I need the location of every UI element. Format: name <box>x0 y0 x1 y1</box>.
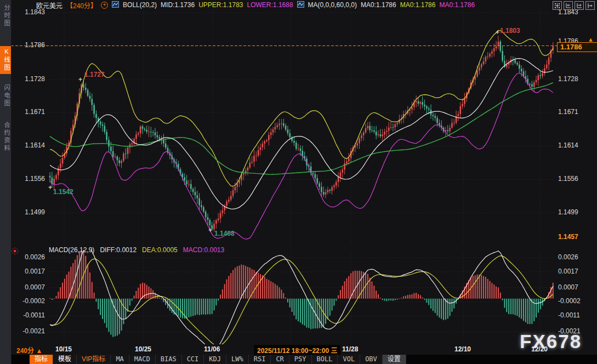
macd-dea-value: DEA:0.0005 <box>142 246 178 254</box>
macd-tick-left: -0.0002 <box>11 297 45 305</box>
swing-high-cross-marker: + <box>78 76 82 83</box>
scale-left-icon[interactable] <box>564 1 573 10</box>
price-tick-left: 1.1728 <box>11 75 45 83</box>
toolbar-item-rsi[interactable]: RSI <box>249 355 271 364</box>
price-tick-right: 1.1728 <box>558 75 594 83</box>
boll-mid-value: MID:1.1736 <box>161 1 195 9</box>
low2-annotation: 1.1468 <box>214 230 235 237</box>
macd-tick-right: -0.0002 <box>558 297 594 305</box>
chart-header: 欧元美元 【240分】 + BOLL(20,2) MID:1.1736 UPPE… <box>36 1 475 9</box>
macd-tick-right: -0.0011 <box>558 311 594 319</box>
toolbar-item-vip-indicators[interactable]: VIP指标 <box>77 355 111 364</box>
ma-params: MA(0,0,0,60,0,0) <box>308 1 357 9</box>
macd-tick-right: 0.0007 <box>558 283 594 291</box>
toolbar-item-macd[interactable]: MACD <box>129 355 156 364</box>
trading-app-window: 分时图 K线图 闪电图 合约资料 欧元美元 【240分】 + BOLL(20,2… <box>0 0 597 364</box>
chart-type-sidebar: 分时图 K线图 闪电图 合约资料 <box>0 0 12 364</box>
high-cross-marker: + <box>496 29 499 36</box>
boll-indicator-icon[interactable] <box>112 1 119 9</box>
price-tick-left: 1.1499 <box>11 208 45 216</box>
scale-right-icon[interactable] <box>575 1 584 10</box>
toolbar-item-cci[interactable]: CCI <box>182 355 204 364</box>
price-tick-left: 1.1614 <box>11 141 45 149</box>
macd-tick-left: -0.0011 <box>11 311 45 319</box>
macd-tick-right: 0.0026 <box>558 253 594 261</box>
low1-cross-marker: + <box>48 184 52 191</box>
period-selector[interactable]: 240分 ▲ <box>16 345 42 355</box>
crosshair-icon[interactable] <box>553 1 562 10</box>
toolbar-item-indicators[interactable]: 指标 <box>30 355 53 364</box>
price-tick-left: 1.1786 <box>11 41 45 49</box>
indicator-toolbar: 指标 模板 VIP指标 MA MACD BIAS CCI KDJ LW% RSI… <box>11 355 597 364</box>
macd-macd-value: MACD:0.0013 <box>183 246 224 254</box>
toolbar-item-cr[interactable]: CR <box>271 355 289 364</box>
boll-lower-value: LOWER:1.1688 <box>247 1 293 9</box>
date-tick: 12/20 <box>531 345 548 353</box>
ma0-value-3: MA0:1.1786 <box>439 1 475 9</box>
add-indicator-icon[interactable]: + <box>101 2 108 9</box>
toolbar-item-ma[interactable]: MA <box>111 355 129 364</box>
range-low-label: 1.1457 <box>558 233 594 241</box>
date-tick: 12/10 <box>454 345 471 353</box>
sidebar-item-contract-info[interactable]: 合约资料 <box>0 120 11 155</box>
price-tick-left: 1.1556 <box>11 175 45 183</box>
macd-header: MACD(26,12,9) DIFF:0.0012 DEA:0.0005 MAC… <box>49 246 224 254</box>
period-dropdown-arrow-icon: ▲ <box>36 347 42 355</box>
date-tick: 11/28 <box>342 345 358 353</box>
last-price-box: 1.1786 <box>557 42 597 52</box>
toolbar-item-psy[interactable]: PSY <box>289 355 312 364</box>
price-tick-right: 1.1614 <box>558 141 594 149</box>
toolbar-item-lw[interactable]: LW% <box>226 355 249 364</box>
symbol-title: 欧元美元 <box>36 1 62 10</box>
toolbar-item-settings[interactable]: 设置 <box>383 355 406 364</box>
sidebar-item-kline-chart[interactable]: K线图 <box>0 46 11 74</box>
ma0-value-1: MA0:1.1786 <box>361 1 396 9</box>
high-annotation: 1.1803 <box>500 27 520 35</box>
date-tick: 10/25 <box>135 345 151 353</box>
low2-cross-marker: + <box>208 226 212 234</box>
chart-canvas[interactable] <box>0 0 597 364</box>
toolbar-item-vol[interactable]: VOL <box>338 355 360 364</box>
time-axis: 240分 ▲ 10/15 10/25 11/06 2025/11/12 18:0… <box>11 344 597 355</box>
price-tick-left: 1.1671 <box>11 108 45 116</box>
boll-params: BOLL(20,2) <box>123 1 157 9</box>
price-tick-right: 1.1671 <box>558 108 594 116</box>
macd-tick-left: -0.0021 <box>11 327 45 335</box>
sidebar-item-flash-chart[interactable]: 闪电图 <box>0 82 11 110</box>
toolbar-item-obv[interactable]: OBV <box>360 355 383 364</box>
selected-bar-datetime: 2025/11/12 18:00~22:00 三 <box>253 344 341 356</box>
date-tick: 10/15 <box>55 345 72 353</box>
toolbar-item-templates[interactable]: 模板 <box>53 355 77 364</box>
boll-upper-value: UPPER:1.1783 <box>198 1 243 9</box>
chart-tools <box>553 1 595 10</box>
pan-right-icon[interactable] <box>585 1 595 10</box>
date-tick: 11/06 <box>204 345 220 353</box>
macd-tick-left: 0.0007 <box>11 283 45 291</box>
toolbar-item-kdj[interactable]: KDJ <box>204 355 226 364</box>
swing-high-annotation: 1.1727 <box>84 71 105 78</box>
ma-indicator-icon[interactable] <box>297 1 304 9</box>
macd-tick-left: 0.0017 <box>11 268 45 275</box>
macd-tick-right: -0.0021 <box>558 327 594 335</box>
price-tick-right: 1.1499 <box>558 208 594 216</box>
price-tick-right: 1.1556 <box>558 175 594 183</box>
period-label: 【240分】 <box>66 1 97 10</box>
toolbar-item-boll[interactable]: BOLL <box>312 355 338 364</box>
macd-settings-icon[interactable] <box>11 247 19 257</box>
toolbar-item-bias[interactable]: BIAS <box>156 355 182 364</box>
macd-tick-right: 0.0017 <box>558 268 594 275</box>
macd-diff-value: DIFF:0.0012 <box>100 246 137 254</box>
low1-annotation: 1.1542 <box>53 188 73 196</box>
sidebar-item-time-chart[interactable]: 分时图 <box>0 2 11 30</box>
macd-title: MACD(26,12,9) <box>49 246 94 254</box>
ma0-value-2: MA0:1.1786 <box>400 1 436 9</box>
